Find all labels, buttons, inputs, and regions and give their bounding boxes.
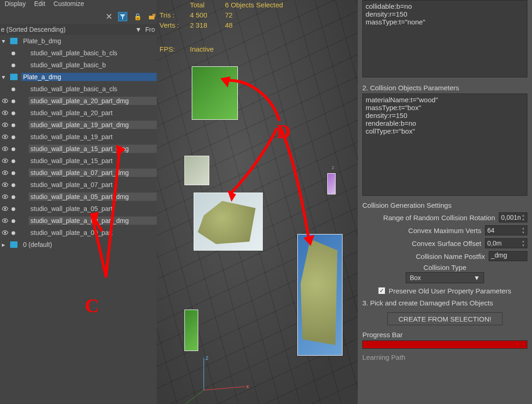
tree-item[interactable]: studio_wall_plate_a_00_part [0, 227, 157, 239]
tree-item-label: studio_wall_plate_basic_b [29, 61, 157, 69]
lock-icon[interactable]: 🔒 [133, 12, 142, 21]
svg-point-7 [4, 112, 6, 114]
freeze-icon[interactable] [10, 85, 17, 93]
object-params-box[interactable]: collidable:b=no density:r=150 massType:t… [362, 0, 527, 77]
viewport[interactable]: Total6 Objects SelectedTris :4 50072Vert… [157, 0, 358, 404]
svg-point-5 [4, 100, 6, 102]
plate-object[interactable] [327, 173, 336, 194]
add-layer-icon[interactable]: + [148, 12, 157, 21]
layer-row[interactable]: ▾Plate_b_dmg [0, 35, 157, 47]
freeze-icon[interactable] [10, 133, 17, 141]
visibility-icon[interactable] [2, 205, 8, 212]
max-verts-value: 64 [487, 227, 495, 234]
freeze-icon[interactable] [10, 121, 17, 129]
scene-tree[interactable]: ▾Plate_b_dmgstudio_wall_plate_basic_b_cl… [0, 35, 157, 404]
plate-object[interactable] [194, 193, 263, 251]
tree-item[interactable]: studio_wall_plate_a_00_part_dmg [0, 215, 157, 227]
svg-marker-0 [120, 14, 125, 19]
collision-gen-settings: Range of Random Collision Rotation 0,001… [358, 211, 532, 297]
visibility-icon[interactable] [2, 193, 8, 200]
freeze-icon[interactable] [10, 229, 17, 236]
filter-icon[interactable] [118, 12, 127, 21]
layer-row[interactable]: ▸0 (default) [0, 239, 157, 251]
tree-item[interactable]: studio_wall_plate_a_07_part_dmg [0, 167, 157, 179]
visibility-icon[interactable] [2, 121, 8, 129]
menubar: Display Edit Customize [0, 0, 157, 9]
menu-edit[interactable]: Edit [34, 0, 45, 9]
svg-text:x: x [246, 383, 249, 390]
plate-object[interactable] [297, 234, 343, 356]
plate-object[interactable] [192, 66, 238, 120]
collision-type-value: Box [410, 274, 421, 281]
collision-type-dropdown[interactable]: Box ▼ [406, 272, 484, 283]
tree-item[interactable]: studio_wall_plate_a_15_part_dmg [0, 143, 157, 155]
postfix-label: Collision Name Postfix [362, 252, 485, 260]
sort-label: e (Sorted Descending) [1, 26, 65, 33]
visibility-icon[interactable] [2, 97, 8, 105]
tree-item[interactable]: studio_wall_plate_basic_b [0, 59, 157, 71]
plate-object[interactable] [184, 156, 209, 185]
collision-params-box[interactable]: materialName:t="wood" massType:t="box" d… [362, 94, 527, 196]
postfix-value: _dmg [491, 252, 507, 259]
tree-item[interactable]: studio_wall_plate_a_19_part_dmg [0, 119, 157, 131]
menu-display[interactable]: Display [5, 0, 26, 9]
layer-label: Plate_a_dmg [21, 73, 157, 81]
expand-toggle-icon[interactable]: ▾ [2, 37, 8, 45]
viewport-stats: Total6 Objects SelectedTris :4 50072Vert… [160, 0, 317, 54]
freeze-icon[interactable] [10, 169, 17, 176]
tree-item[interactable]: studio_wall_plate_a_19_part [0, 131, 157, 143]
tree-item[interactable]: studio_wall_plate_a_20_part_dmg [0, 95, 157, 107]
svg-point-23 [4, 208, 6, 210]
freeze-icon[interactable] [10, 181, 17, 188]
frozen-column: Fro [145, 26, 155, 33]
freeze-icon[interactable] [10, 193, 17, 200]
freeze-icon[interactable] [10, 49, 17, 57]
freeze-icon[interactable] [10, 145, 17, 152]
tree-item[interactable]: studio_wall_plate_a_15_part [0, 155, 157, 167]
tree-item[interactable]: studio_wall_plate_a_05_part [0, 203, 157, 215]
rand-rot-spinner[interactable]: 0,001n ▲▼ [499, 212, 527, 222]
tree-item[interactable]: studio_wall_plate_a_05_part_dmg [0, 191, 157, 203]
tree-item[interactable]: studio_wall_plate_a_07_part [0, 179, 157, 191]
tree-item-label: studio_wall_plate_a_15_part_dmg [29, 145, 157, 153]
tree-item[interactable]: studio_wall_plate_basic_b_cls [0, 47, 157, 59]
tree-item[interactable]: studio_wall_plate_basic_a_cls [0, 83, 157, 95]
visibility-icon[interactable] [2, 133, 8, 141]
surf-off-spinner[interactable]: 0,0m ▲▼ [485, 238, 527, 248]
expand-toggle-icon[interactable]: ▸ [2, 241, 8, 248]
visibility-icon[interactable] [2, 217, 8, 224]
tree-item-label: studio_wall_plate_basic_b_cls [29, 49, 157, 57]
visibility-icon[interactable] [2, 157, 8, 164]
freeze-icon[interactable] [10, 205, 17, 212]
progress-label: Progress Bar [358, 329, 532, 339]
tree-item[interactable]: studio_wall_plate_a_20_part [0, 107, 157, 119]
visibility-icon[interactable] [2, 229, 8, 236]
freeze-icon[interactable] [10, 61, 17, 69]
freeze-icon[interactable] [10, 109, 17, 117]
freeze-icon[interactable] [10, 157, 17, 164]
visibility-icon[interactable] [2, 181, 8, 188]
preserve-label: Preserve Old User Property Parameters [389, 287, 511, 295]
chevron-down-icon: ▼ [473, 274, 480, 281]
preserve-checkbox[interactable]: ✓ [378, 287, 385, 294]
visibility-icon[interactable] [2, 145, 8, 152]
freeze-icon[interactable] [10, 217, 17, 224]
tree-item-label: studio_wall_plate_a_07_part [29, 181, 157, 189]
svg-line-32 [185, 390, 204, 404]
svg-point-11 [4, 136, 6, 138]
menu-customize[interactable]: Customize [53, 0, 84, 9]
freeze-icon[interactable] [10, 97, 17, 105]
tree-item-label: studio_wall_plate_a_19_part [29, 133, 157, 141]
close-icon[interactable]: ✕ [106, 12, 112, 22]
max-verts-spinner[interactable]: 64 ▲▼ [485, 225, 527, 235]
plate-object[interactable] [184, 310, 198, 351]
visibility-icon[interactable] [2, 169, 8, 176]
progress-bar [362, 340, 527, 349]
postfix-input[interactable]: _dmg [489, 251, 527, 261]
expand-toggle-icon[interactable]: ▾ [2, 73, 8, 81]
sort-header[interactable]: e (Sorted Descending) ▼ Fro [0, 24, 157, 35]
visibility-icon[interactable] [2, 109, 8, 117]
create-from-selection-button[interactable]: CREATE FROM SELECTION! [387, 312, 502, 325]
scene-explorer-panel: Display Edit Customize ✕ 🔒 + e (Sorted D… [0, 0, 157, 404]
layer-row[interactable]: ▾Plate_a_dmg [0, 71, 157, 83]
